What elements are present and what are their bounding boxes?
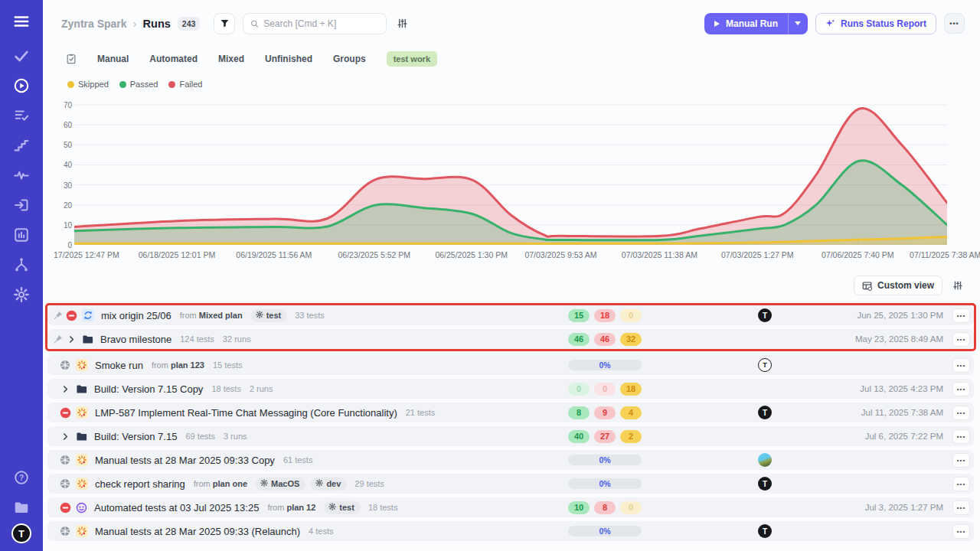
mixed-run-icon — [82, 309, 94, 321]
run-title[interactable]: Manual tests at 28 Mar 2025 09:33 (Relau… — [95, 526, 300, 537]
row-more-button[interactable]: ••• — [952, 358, 970, 373]
run-title[interactable]: check report sharing — [95, 478, 185, 490]
list-check-icon[interactable] — [7, 102, 36, 129]
manual-run-icon — [76, 359, 88, 371]
row-more-button[interactable]: ••• — [952, 429, 970, 444]
run-title[interactable]: Build: Version 7.15 — [94, 431, 177, 442]
run-from: from plan one — [194, 479, 247, 488]
blocked-status-icon — [59, 502, 71, 514]
legend-item-passed[interactable]: Passed — [119, 80, 158, 89]
assignee-avatar[interactable]: T — [758, 477, 772, 491]
import-icon[interactable] — [7, 191, 36, 219]
bar-chart-icon[interactable] — [7, 221, 36, 249]
run-row[interactable]: Build: Version 7.15 Copy18 tests2 runs00… — [47, 379, 974, 399]
breadcrumb-project[interactable]: Zyntra Spark — [61, 18, 127, 30]
row-more-button[interactable]: ••• — [952, 453, 970, 468]
run-test-counts: 124 tests32 runs — [180, 334, 250, 344]
run-row[interactable]: Smoke runfrom plan 12315 tests0%T••• — [47, 355, 974, 375]
run-from: from plan 12 — [267, 503, 315, 512]
run-row[interactable]: Build: Version 7.1569 tests3 runs40272Ju… — [47, 426, 974, 446]
runs-status-report-button[interactable]: Runs Status Report — [815, 13, 936, 34]
run-date: Jul 3, 2025 1:27 PM — [865, 503, 943, 512]
row-more-button[interactable]: ••• — [952, 332, 970, 347]
run-title[interactable]: LMP-587 Implement Real-Time Chat Messagi… — [95, 407, 397, 419]
tab-manual[interactable]: Manual — [97, 54, 129, 64]
tag-macos[interactable]: MacOS — [256, 478, 305, 491]
passed-count: 10 — [568, 501, 590, 514]
run-title[interactable]: Build: Version 7.15 Copy — [94, 383, 203, 395]
run-title[interactable]: Bravo milestone — [100, 334, 172, 345]
row-more-button[interactable]: ••• — [952, 500, 970, 515]
row-more-button[interactable]: ••• — [952, 524, 970, 539]
run-title[interactable]: Manual tests at 28 Mar 2025 09:33 Copy — [95, 455, 275, 466]
run-test-counts: 18 tests — [368, 503, 398, 512]
user-avatar[interactable]: T — [11, 523, 31, 543]
pulse-icon[interactable] — [7, 161, 36, 189]
expand-chevron-icon[interactable] — [65, 335, 77, 344]
run-row[interactable]: mix origin 25/06from Mixed plantest33 te… — [47, 305, 974, 325]
search-settings-icon[interactable] — [397, 18, 408, 29]
tab-unfinished[interactable]: Unfinished — [265, 54, 312, 64]
y-axis-label: 40 — [57, 161, 72, 169]
header-more-button[interactable]: ••• — [944, 13, 965, 34]
tab-mixed[interactable]: Mixed — [218, 54, 244, 64]
run-title[interactable]: Smoke run — [95, 360, 143, 371]
assignee-avatar[interactable]: T — [758, 406, 772, 419]
menu-icon[interactable] — [7, 8, 36, 35]
run-test-counts: 4 tests — [309, 527, 333, 536]
run-row[interactable]: Manual tests at 28 Mar 2025 09:33 (Relau… — [47, 521, 974, 541]
custom-view-button[interactable]: Custom view — [854, 276, 942, 295]
page-title: Runs — [143, 18, 171, 30]
search-input[interactable] — [263, 18, 379, 29]
play-icon — [714, 21, 720, 27]
tab-groups[interactable]: Groups — [333, 54, 366, 64]
run-row[interactable]: Automated tests at 03 Jul 2025 13:25from… — [47, 497, 974, 517]
gear-icon[interactable] — [7, 281, 36, 308]
search-icon — [250, 19, 259, 28]
filter-button[interactable] — [214, 13, 235, 34]
assignee-avatar[interactable] — [758, 453, 772, 467]
row-more-button[interactable]: ••• — [952, 382, 970, 396]
play-circle-icon[interactable] — [7, 72, 36, 99]
passed-count: 0 — [568, 383, 590, 396]
assignee-avatar[interactable]: T — [758, 358, 772, 372]
clipboard-check-icon[interactable] — [66, 54, 77, 64]
check-icon[interactable] — [7, 42, 36, 70]
tag-test[interactable]: test — [324, 501, 361, 514]
tabs-bar: Manual Automated Mixed Unfinished Groups… — [43, 38, 980, 67]
row-more-button[interactable]: ••• — [952, 308, 970, 323]
manual-run-dropdown[interactable] — [788, 13, 808, 34]
row-more-button[interactable]: ••• — [952, 477, 970, 491]
folder-icon[interactable] — [7, 494, 36, 521]
run-row[interactable]: Manual tests at 28 Mar 2025 09:33 Copy61… — [47, 450, 974, 470]
tab-automated[interactable]: Automated — [149, 54, 198, 64]
steps-icon[interactable] — [7, 132, 36, 159]
tag-dev[interactable]: dev — [311, 478, 347, 491]
expand-chevron-icon[interactable] — [59, 432, 71, 441]
tag-test[interactable]: test — [251, 309, 288, 322]
view-settings-icon[interactable] — [952, 280, 963, 291]
row-more-button[interactable]: ••• — [952, 406, 970, 420]
branch-icon[interactable] — [7, 251, 36, 279]
run-row[interactable]: LMP-587 Implement Real-Time Chat Messagi… — [47, 403, 974, 422]
run-title[interactable]: Automated tests at 03 Jul 2025 13:25 — [94, 502, 259, 514]
legend-item-skipped[interactable]: Skipped — [67, 80, 109, 89]
help-icon[interactable]: ? — [7, 464, 36, 491]
result-progress: 0% — [568, 455, 642, 465]
filter-chip-test-work[interactable]: test work — [387, 51, 437, 67]
chart-x-axis: 17/2025 12:47 PM06/18/2025 12:01 PM06/19… — [74, 250, 947, 262]
skipped-count: 0 — [620, 309, 642, 322]
expand-chevron-icon[interactable] — [59, 385, 71, 393]
run-tags: MacOSdev — [256, 478, 347, 491]
failed-count: 8 — [594, 501, 616, 514]
search-box[interactable] — [243, 13, 387, 34]
assignee-avatar[interactable]: T — [758, 308, 772, 322]
folder-run-icon — [76, 383, 87, 395]
legend-item-failed[interactable]: Failed — [168, 80, 202, 89]
assignee-avatar[interactable]: T — [758, 524, 772, 538]
result-progress: 0% — [568, 360, 642, 370]
manual-run-button[interactable]: Manual Run — [704, 13, 808, 34]
run-title[interactable]: mix origin 25/06 — [101, 310, 172, 321]
run-row[interactable]: Bravo milestone124 tests32 runs464632May… — [47, 329, 974, 349]
run-row[interactable]: check report sharingfrom plan oneMacOSde… — [47, 474, 974, 494]
